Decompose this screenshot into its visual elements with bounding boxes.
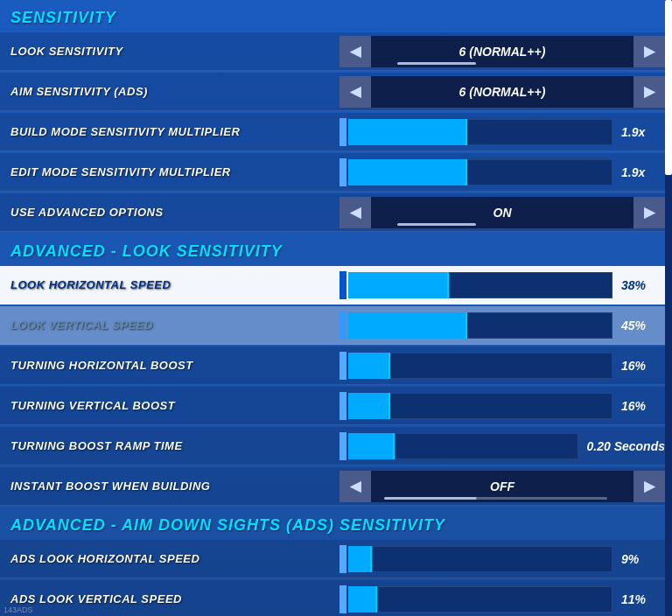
look-sensitivity-label: LOOK SENSITIVITY	[7, 45, 340, 58]
look-vertical-speed-row: LOOK VERTICAL SPEED 45%	[0, 306, 672, 345]
look-horizontal-bar-track	[348, 272, 612, 298]
look-vertical-inline-bar: 45%	[340, 312, 665, 340]
look-vertical-bar-empty	[467, 312, 612, 339]
use-advanced-arrow-control: ◀ ON ▶	[340, 197, 665, 228]
build-mode-bar-track	[348, 119, 612, 145]
sensitivity-section: SENSITIVITY LOOK SENSITIVITY ◀ 6 (NORMAL…	[0, 0, 672, 232]
turning-vertical-inline-bar: 16%	[340, 392, 665, 420]
use-advanced-right-btn[interactable]: ▶	[634, 197, 665, 228]
build-mode-inline-bar: 1.9x	[340, 118, 665, 146]
aim-sensitivity-control: ◀ 6 (NORMAL++) ▶	[340, 76, 665, 108]
turning-boost-ramp-marker	[340, 432, 346, 460]
turning-horizontal-value: 16%	[621, 359, 665, 373]
edit-mode-value: 1.9x	[621, 165, 665, 179]
ads-horizontal-speed-control: 9%	[340, 545, 665, 573]
edit-mode-bar-fill	[348, 159, 467, 186]
look-horizontal-speed-control: 38%	[340, 271, 665, 299]
edit-mode-marker	[340, 158, 346, 186]
aim-sensitivity-label: AIM SENSITIVITY (ADS)	[7, 85, 340, 98]
turning-horizontal-marker	[340, 352, 346, 380]
turning-horizontal-bar-track	[348, 353, 612, 379]
aim-sensitivity-arrow-control: ◀ 6 (NORMAL++) ▶	[340, 76, 665, 108]
turning-horizontal-inline-bar: 16%	[340, 352, 665, 380]
turning-vertical-marker	[340, 392, 346, 420]
use-advanced-control: ◀ ON ▶	[340, 197, 665, 228]
instant-boost-building-label: INSTANT BOOST WHEN BUILDING	[7, 480, 340, 493]
edit-mode-bar-empty	[467, 159, 612, 186]
ads-horizontal-speed-row: ADS LOOK HORIZONTAL SPEED 9%	[0, 540, 672, 578]
turning-horizontal-boost-label: TURNING HORIZONTAL BOOST	[7, 359, 340, 372]
ads-vertical-bar-track	[348, 586, 612, 612]
look-horizontal-speed-label: LOOK HORIZONTAL SPEED	[7, 278, 340, 291]
turning-vertical-boost-row: TURNING VERTICAL BOOST 16%	[0, 387, 672, 425]
look-vertical-bar-fill	[348, 312, 467, 339]
turning-horizontal-boost-control: 16%	[340, 352, 665, 380]
build-mode-bar-empty	[467, 119, 612, 145]
ads-vertical-value: 11%	[621, 592, 665, 606]
ads-vertical-inline-bar: 11%	[340, 585, 665, 613]
turning-vertical-bar-empty	[390, 393, 612, 419]
build-mode-marker	[340, 118, 346, 146]
edit-mode-inline-bar: 1.9x	[340, 158, 665, 186]
ads-horizontal-bar-track	[348, 546, 612, 572]
look-sensitivity-value: 6 (NORMAL++)	[371, 36, 634, 67]
look-sensitivity-sub-bar	[397, 62, 476, 65]
look-sensitivity-row: LOOK SENSITIVITY ◀ 6 (NORMAL++) ▶	[0, 32, 672, 71]
turning-horizontal-boost-row: TURNING HORIZONTAL BOOST 16%	[0, 346, 672, 385]
aim-sensitivity-right-btn[interactable]: ▶	[634, 76, 665, 108]
look-sensitivity-right-btn[interactable]: ▶	[634, 36, 665, 67]
look-horizontal-speed-row: LOOK HORIZONTAL SPEED 38%	[0, 266, 672, 304]
edit-mode-multiplier-row: EDIT MODE SENSITIVITY MULTIPLIER 1.9x	[0, 153, 672, 192]
look-sensitivity-arrow-control: ◀ 6 (NORMAL++) ▶	[340, 36, 665, 67]
look-horizontal-bar-fill	[348, 272, 449, 298]
instant-boost-sub-bar-2	[476, 497, 607, 500]
scrollbar[interactable]	[665, 0, 672, 616]
aim-sensitivity-row: AIM SENSITIVITY (ADS) ◀ 6 (NORMAL++) ▶	[0, 73, 672, 111]
advanced-look-header: ADVANCED - LOOK SENSITIVITY	[0, 234, 672, 266]
turning-boost-ramp-inline-bar: 0.20 Seconds	[340, 432, 665, 460]
advanced-ads-section: ADVANCED - AIM DOWN SIGHTS (ADS) SENSITI…	[0, 508, 672, 616]
look-horizontal-value: 38%	[621, 278, 665, 292]
turning-boost-ramp-value: 0.20 Seconds	[587, 439, 666, 453]
instant-boost-value: OFF	[371, 471, 634, 502]
build-mode-value: 1.9x	[621, 125, 665, 139]
look-vertical-speed-label: LOOK VERTICAL SPEED	[7, 318, 340, 332]
edit-mode-bar-track	[348, 159, 612, 186]
build-mode-multiplier-label: BUILD MODE SENSITIVITY MULTIPLIER	[7, 125, 340, 138]
look-sensitivity-control: ◀ 6 (NORMAL++) ▶	[340, 36, 665, 67]
use-advanced-value: ON	[371, 197, 634, 228]
instant-boost-left-btn[interactable]: ◀	[340, 471, 371, 502]
look-vertical-bar-track	[348, 312, 612, 339]
settings-container: SENSITIVITY LOOK SENSITIVITY ◀ 6 (NORMAL…	[0, 0, 672, 616]
ads-vertical-speed-control: 11%	[340, 585, 665, 613]
build-mode-multiplier-control: 1.9x	[340, 118, 665, 146]
look-horizontal-marker	[340, 271, 346, 299]
aim-sensitivity-left-btn[interactable]: ◀	[340, 76, 371, 108]
ads-horizontal-inline-bar: 9%	[340, 545, 665, 573]
look-sensitivity-left-btn[interactable]: ◀	[340, 36, 371, 67]
build-mode-bar-fill	[348, 119, 467, 145]
instant-boost-arrow-control: ◀ OFF ▶	[340, 471, 665, 502]
sensitivity-header: SENSITIVITY	[0, 0, 672, 32]
turning-vertical-bar-track	[348, 393, 612, 419]
look-vertical-value: 45%	[621, 318, 665, 332]
ads-vertical-speed-label: ADS LOOK VERTICAL SPEED	[7, 592, 340, 606]
use-advanced-left-btn[interactable]: ◀	[340, 197, 371, 228]
ads-horizontal-value: 9%	[621, 552, 665, 566]
turning-vertical-boost-label: TURNING VERTICAL BOOST	[7, 399, 340, 412]
turning-horizontal-bar-empty	[390, 353, 612, 379]
ads-vertical-bar-empty	[377, 586, 612, 612]
ads-horizontal-bar-empty	[372, 546, 612, 572]
instant-boost-building-control: ◀ OFF ▶	[340, 471, 665, 502]
use-advanced-sub-bar	[397, 223, 476, 226]
aim-sensitivity-value: 6 (NORMAL++)	[371, 76, 634, 108]
instant-boost-right-btn[interactable]: ▶	[634, 471, 665, 502]
turning-boost-ramp-bar-track	[348, 433, 578, 459]
instant-boost-building-row: INSTANT BOOST WHEN BUILDING ◀ OFF ▶	[0, 467, 672, 506]
edit-mode-multiplier-control: 1.9x	[340, 158, 665, 186]
use-advanced-row: USE ADVANCED OPTIONS ◀ ON ▶	[0, 193, 672, 232]
look-horizontal-inline-bar: 38%	[340, 271, 665, 299]
turning-boost-ramp-time-label: TURNING BOOST RAMP TIME	[7, 439, 340, 452]
ads-vertical-bar-fill	[348, 586, 377, 612]
scrollbar-thumb[interactable]	[665, 0, 672, 175]
